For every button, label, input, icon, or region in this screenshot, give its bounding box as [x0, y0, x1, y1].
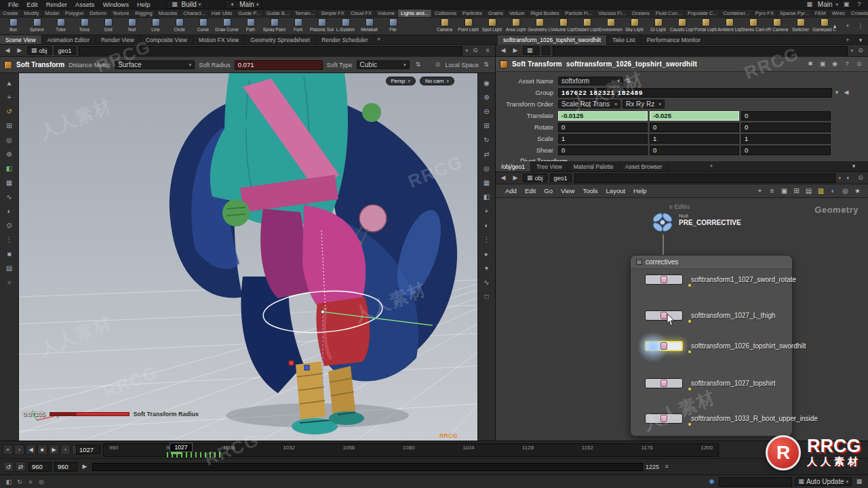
viewport-tool-icon[interactable]: ■ [0, 247, 18, 261]
pane-tab[interactable]: Animation Editor [42, 35, 96, 44]
plus-icon[interactable]: + [843, 22, 852, 30]
shelf-tab[interactable]: Crowds [848, 9, 868, 17]
shelf-tab[interactable]: Terrain... [292, 9, 318, 17]
shelf-tool[interactable]: Draw Curve [215, 18, 239, 32]
shelf-tool[interactable]: Circle [167, 18, 191, 32]
network-toolbar-icon[interactable]: ◐ [828, 187, 838, 195]
pane-tab[interactable]: Take List [607, 35, 642, 45]
pin-icon[interactable]: ⊙ [856, 46, 865, 55]
forward-icon[interactable]: ▶ [511, 46, 520, 55]
shelf-tab[interactable]: Pyro FX [753, 9, 777, 17]
shelf-tab[interactable]: Particles [460, 9, 486, 17]
network-node[interactable]: softtransform_1033_R_boot_upper_inside [645, 411, 818, 425]
path-combo[interactable] [79, 46, 463, 56]
shelf-tool[interactable]: Tube [49, 18, 73, 32]
playback-button[interactable]: › [60, 445, 71, 455]
shear-z-field[interactable]: 0 [741, 146, 831, 155]
network-menu-item[interactable]: Add [501, 187, 521, 195]
view-control-icon[interactable]: ∿ [478, 275, 495, 289]
network-menu-item[interactable]: Go [540, 187, 557, 195]
view-control-icon[interactable]: ▦ [478, 176, 495, 190]
path-node-chip[interactable] [542, 46, 550, 55]
scale-x-field[interactable]: 1 [558, 134, 648, 144]
forward-icon[interactable]: ▶ [511, 174, 520, 182]
shelf-tab[interactable]: Collisions [432, 9, 460, 17]
pin-icon[interactable]: ⊙ [854, 60, 864, 68]
shelf-tool[interactable]: Font [286, 18, 310, 32]
shelf-tab[interactable]: Guide B... [264, 9, 292, 17]
rotate-z-field[interactable]: 0 [741, 123, 831, 132]
view-control-icon[interactable]: ⊞ [478, 119, 495, 133]
shelf-tool[interactable]: Environment Light [599, 18, 623, 32]
shelf-tab[interactable]: Lights and... [398, 9, 432, 17]
status-icon[interactable]: ↻ [15, 477, 24, 487]
menu-item[interactable]: Windows [98, 1, 133, 8]
shelf-tab[interactable]: Model [43, 9, 62, 17]
viewport-tool-icon[interactable]: ∿ [0, 190, 18, 204]
shear-x-field[interactable]: 0 [558, 146, 648, 155]
path-root-chip[interactable]: ▦ obj [27, 46, 52, 55]
shelf-tab[interactable]: FEM [812, 9, 829, 17]
path-node-chip[interactable]: geo1 [550, 174, 572, 182]
chevron-down-icon[interactable]: ▾ [849, 162, 859, 171]
translate-x-field[interactable]: -0.0125 [558, 111, 648, 121]
shelf-tool[interactable]: Null [120, 18, 144, 32]
network-toolbar-icon[interactable]: ◎ [840, 187, 850, 195]
view-control-icon[interactable]: ◉ [478, 76, 495, 90]
shelf-tool[interactable]: Area Light [504, 18, 528, 32]
global-range-slider[interactable] [92, 463, 643, 471]
rotate-order-select[interactable]: Rx Ry Rz ▾ [623, 100, 665, 108]
axis-icon[interactable]: ⊙ [433, 60, 442, 69]
shelf-tab[interactable]: Viscous Fl... [595, 9, 629, 17]
rotate-y-field[interactable]: 0 [650, 123, 739, 132]
network-toolbar-icon[interactable]: ★ [852, 187, 863, 195]
playback-button[interactable]: « [3, 445, 13, 455]
shelf-tool[interactable]: Line [144, 18, 167, 32]
shelf-tool[interactable]: Box [1, 18, 25, 32]
shelf-tool[interactable]: Camera [433, 18, 456, 32]
group-field[interactable]: 167622 182321 182489 [558, 88, 832, 98]
shelf-tool[interactable]: L-System [334, 18, 357, 32]
shelf-tab[interactable]: Fluid Con... [653, 9, 685, 17]
network-node[interactable]: softtransform1_1027_sword_rotate [645, 272, 796, 286]
shelf-tool[interactable]: Distant Light [575, 18, 599, 32]
save-icon[interactable]: ▣ [842, 0, 851, 9]
view-control-icon[interactable]: ◧ [478, 190, 495, 204]
view-control-icon[interactable]: ⊖ [478, 104, 495, 119]
shelf-tool[interactable]: Volume Light [551, 18, 575, 32]
network-toolbar-icon[interactable]: ≡ [767, 187, 777, 195]
help-icon[interactable]: ? [842, 60, 852, 68]
network-menu-item[interactable]: Layout [602, 187, 630, 195]
playback-button[interactable]: ◀ [26, 445, 36, 455]
soft-type-select[interactable]: Cubic ▾ [357, 60, 410, 69]
status-icon[interactable]: ◧ [4, 477, 14, 487]
shelf-tab[interactable]: Simple FX [318, 9, 348, 17]
shelf-tool[interactable]: Sky Light [623, 18, 646, 32]
radius-slider[interactable] [50, 412, 130, 416]
view-control-icon[interactable]: ▾ [478, 261, 495, 275]
forward-icon[interactable]: ▶ [15, 46, 24, 55]
current-frame-field[interactable]: 1027 [76, 445, 100, 454]
camera-mode-pill[interactable]: Persp ▾ [386, 77, 416, 85]
dots-icon[interactable]: ⋮ [856, 22, 865, 30]
chevron-down-icon[interactable]: ▾ [838, 176, 841, 181]
shelf-tab[interactable]: Create [0, 9, 22, 17]
shelf-tool[interactable]: Stereo Camera [741, 18, 765, 32]
translate-z-field[interactable]: 0 [741, 111, 831, 121]
shelf-tab[interactable]: Cloud FX [348, 9, 375, 17]
viewport-tool-icon[interactable]: ◧ [0, 161, 18, 176]
network-toolbar-icon[interactable]: ▤ [804, 187, 814, 195]
node-body[interactable] [645, 310, 683, 321]
shelf-tool[interactable]: Sphere [25, 18, 49, 32]
network-menu-item[interactable]: Edit [521, 187, 540, 195]
pane-tab[interactable]: Geometry Spreadsheet [245, 35, 316, 44]
spinner-icon[interactable]: ⇅ [481, 60, 491, 69]
shelf-tab[interactable]: Vellum [507, 9, 528, 17]
shear-y-field[interactable]: 0 [650, 146, 739, 155]
back-icon[interactable]: ◀ [498, 46, 508, 55]
node-flag-dot[interactable] [688, 320, 691, 323]
shelf-tab[interactable]: Modify [22, 9, 43, 17]
rotate-x-field[interactable]: 0 [558, 123, 648, 132]
viewport-tool-icon[interactable]: + [0, 90, 18, 104]
playback-button[interactable]: ‹ [14, 445, 24, 455]
